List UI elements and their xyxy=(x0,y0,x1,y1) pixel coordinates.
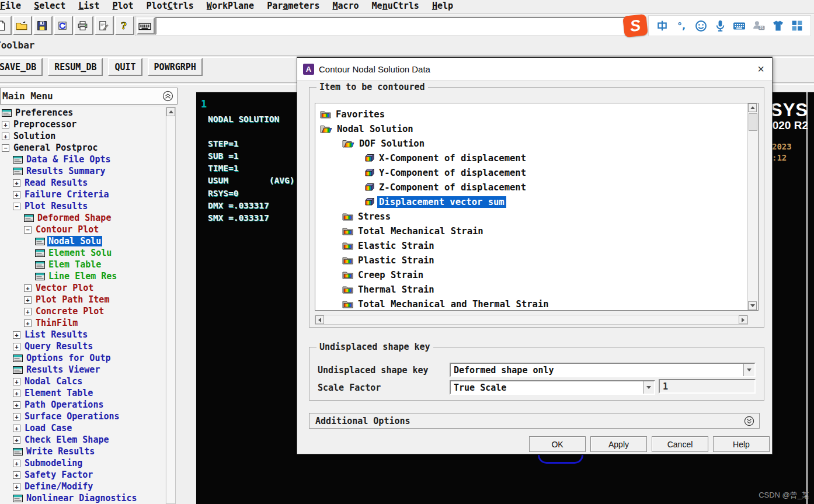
toolbox-icon[interactable] xyxy=(791,19,803,32)
chevron-down-icon[interactable] xyxy=(643,381,654,394)
punctuation-icon[interactable]: °, xyxy=(675,19,688,32)
undisplaced-shape-key-select[interactable]: Deformed shape only xyxy=(450,363,756,377)
save-button[interactable] xyxy=(33,16,53,35)
apply-button[interactable]: Apply xyxy=(590,436,647,452)
sidebar-item-plot-path-item[interactable]: +Plot Path Item xyxy=(0,294,165,305)
menubar-item-list[interactable]: List xyxy=(72,0,106,12)
sidebar-item-define-modify[interactable]: +Define/Modify xyxy=(0,481,165,492)
expand-icon[interactable]: + xyxy=(24,296,32,304)
sidebar-item-element-table[interactable]: +Element Table xyxy=(0,387,165,399)
new-file-button[interactable] xyxy=(0,16,12,35)
menubar-item-parameters[interactable]: Parameters xyxy=(260,0,326,12)
main-menu-scrollbar[interactable] xyxy=(166,107,176,504)
sidebar-item-solution[interactable]: +Solution xyxy=(0,130,165,142)
collapse-icon[interactable]: − xyxy=(13,203,20,210)
powrgrph-button[interactable]: POWRGRPH xyxy=(148,58,203,76)
tree-item-z-component-of-displacement[interactable]: Z-Component of displacement xyxy=(315,180,758,194)
expand-icon[interactable]: + xyxy=(13,343,20,350)
tree-item-creep-strain[interactable]: Creep Strain xyxy=(315,267,758,282)
scale-factor-input[interactable] xyxy=(659,379,756,394)
scroll-right-icon[interactable] xyxy=(739,315,747,324)
ok-button[interactable]: OK xyxy=(529,436,586,452)
tree-item-x-component-of-displacement[interactable]: X-Component of displacement xyxy=(315,151,758,165)
tree-item-stress[interactable]: Stress xyxy=(315,209,758,224)
smiley-icon[interactable] xyxy=(694,19,707,32)
replot-button[interactable] xyxy=(54,16,73,35)
expand-icon[interactable]: + xyxy=(24,319,32,327)
sidebar-item-results-viewer[interactable]: Results Viewer xyxy=(0,364,165,376)
scroll-thumb[interactable] xyxy=(749,113,757,131)
menubar-item-select[interactable]: Select xyxy=(27,0,72,12)
save_db-button[interactable]: SAVE_DB xyxy=(0,58,43,76)
quit-button[interactable]: QUIT xyxy=(108,58,142,76)
tree-item-y-component-of-displacement[interactable]: Y-Component of displacement xyxy=(315,165,758,180)
sidebar-item-submodeling[interactable]: +Submodeling xyxy=(0,457,165,469)
scroll-left-icon[interactable] xyxy=(315,315,324,324)
expand-icon[interactable]: + xyxy=(13,401,20,409)
expand-icon[interactable]: + xyxy=(13,460,20,467)
dialog-title-bar[interactable]: A Contour Nodal Solution Data × xyxy=(297,58,772,81)
command-input[interactable] xyxy=(155,17,629,35)
menubar-item-menuctrls[interactable]: MenuCtrls xyxy=(366,0,426,12)
tree-item-thermal-strain[interactable]: Thermal Strain xyxy=(315,282,758,297)
sidebar-item-vector-plot[interactable]: +Vector Plot xyxy=(0,282,165,294)
sidebar-item-load-case[interactable]: +Load Case xyxy=(0,422,165,434)
contour-item-tree[interactable]: FavoritesNodal SolutionDOF SolutionX-Com… xyxy=(315,103,759,311)
print-button[interactable] xyxy=(74,16,93,35)
sidebar-item-nonlinear-diagnostics[interactable]: Nonlinear Diagnostics xyxy=(0,492,165,504)
help-button[interactable]: Help xyxy=(713,436,770,452)
tree-item-displacement-vector-sum[interactable]: Displacement vector sum xyxy=(315,194,758,209)
expand-icon[interactable]: + xyxy=(13,483,20,491)
skin-icon[interactable] xyxy=(771,19,784,32)
expand-icon[interactable]: + xyxy=(13,471,20,479)
menubar-item-file[interactable]: File xyxy=(0,0,27,12)
sidebar-item-line-elem-res[interactable]: Line Elem Res xyxy=(0,270,165,282)
help-button[interactable]: ? xyxy=(115,16,134,35)
expand-icon[interactable]: + xyxy=(2,133,9,140)
tree-vertical-scrollbar[interactable] xyxy=(747,103,758,310)
tree-item-elastic-strain[interactable]: Elastic Strain xyxy=(315,238,758,253)
report-button[interactable] xyxy=(95,16,114,35)
expand-icon[interactable]: + xyxy=(13,378,20,385)
collapse-icon[interactable]: − xyxy=(24,226,32,234)
expand-icon[interactable]: + xyxy=(13,331,20,339)
chevron-up-circle-icon[interactable] xyxy=(162,91,173,102)
additional-options-expander[interactable]: Additional Options xyxy=(309,413,760,429)
tree-item-dof-solution[interactable]: DOF Solution xyxy=(315,136,758,151)
sidebar-item-plot-results[interactable]: −Plot Results xyxy=(0,200,165,212)
sidebar-item-list-results[interactable]: +List Results xyxy=(0,329,165,340)
cancel-button[interactable]: Cancel xyxy=(652,436,708,452)
menubar-item-help[interactable]: Help xyxy=(426,0,460,12)
expand-icon[interactable]: + xyxy=(13,191,20,199)
sidebar-item-preferences[interactable]: Preferences xyxy=(0,107,165,119)
sidebar-item-results-summary[interactable]: Results Summary xyxy=(0,165,165,177)
sidebar-item-safety-factor[interactable]: +Safety Factor xyxy=(0,469,165,481)
open-folder-button[interactable] xyxy=(13,16,32,35)
chevron-down-icon[interactable] xyxy=(743,364,754,376)
sidebar-item-surface-operations[interactable]: +Surface Operations xyxy=(0,411,165,422)
scroll-up-icon[interactable] xyxy=(166,107,175,116)
close-icon[interactable]: × xyxy=(752,60,770,78)
expand-icon[interactable]: + xyxy=(13,436,20,444)
expand-icon[interactable]: + xyxy=(2,121,9,128)
menubar-item-plot[interactable]: Plot xyxy=(106,0,140,12)
sidebar-item-read-results[interactable]: +Read Results xyxy=(0,177,165,189)
tree-item-total-mechanical-and-thermal-strain[interactable]: Total Mechanical and Thermal Strain xyxy=(315,297,758,311)
tree-item-favorites[interactable]: Favorites xyxy=(315,107,758,121)
sidebar-item-general-postproc[interactable]: −General Postproc xyxy=(0,142,165,154)
sidebar-item-element-solu[interactable]: Element Solu xyxy=(0,247,165,259)
expand-icon[interactable]: + xyxy=(24,308,32,315)
menubar-item-workplane[interactable]: WorkPlane xyxy=(200,0,260,12)
sidebar-item-elem-table[interactable]: Elem Table xyxy=(0,259,165,270)
expand-icon[interactable]: + xyxy=(13,425,20,432)
expand-icon[interactable]: + xyxy=(24,284,32,292)
sidebar-item-deformed-shape[interactable]: Deformed Shape xyxy=(0,212,165,224)
sidebar-item-nodal-calcs[interactable]: +Nodal Calcs xyxy=(0,376,165,387)
tree-item-total-mechanical-strain[interactable]: Total Mechanical Strain xyxy=(315,224,758,238)
scale-factor-select[interactable]: True Scale xyxy=(450,380,655,395)
collapse-icon[interactable]: − xyxy=(2,144,9,152)
menubar-item-macro[interactable]: Macro xyxy=(326,0,365,12)
tree-item-nodal-solution[interactable]: Nodal Solution xyxy=(315,121,758,136)
sidebar-item-thinfilm[interactable]: +ThinFilm xyxy=(0,317,165,329)
scroll-up-icon[interactable] xyxy=(748,103,757,112)
